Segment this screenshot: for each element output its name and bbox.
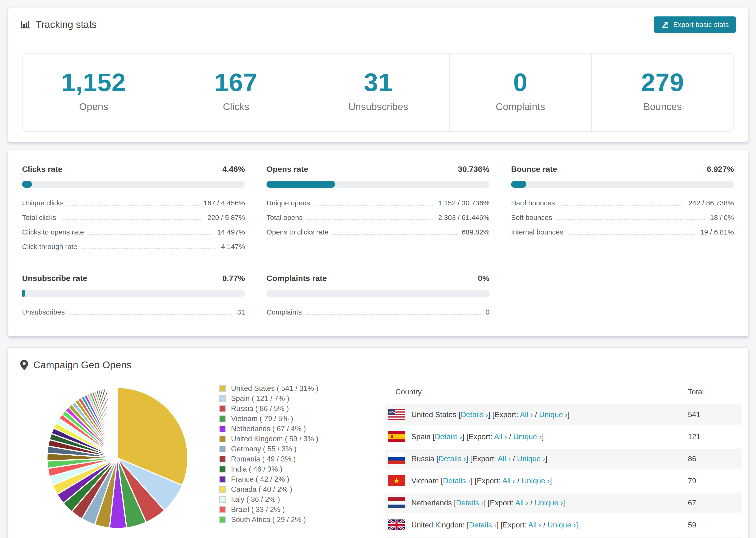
legend-item-italy[interactable]: Italy ( 36 / 2% ) xyxy=(219,496,354,503)
summary-value: 1,152 xyxy=(26,68,161,97)
stat-row-internal-bounces: Internal bounces19 / 6.81% xyxy=(511,225,734,240)
dotted-leader xyxy=(307,219,433,220)
progress-bar xyxy=(266,181,489,188)
table-row-netherlands: Netherlands [Details ›] [Export: All › /… xyxy=(385,493,742,513)
legend-item-romania[interactable]: Romania ( 49 / 3% ) xyxy=(219,456,354,463)
stat-row-soft-bounces: Soft bounces18 / 0% xyxy=(511,210,734,225)
export-all-link-vietnam[interactable]: All › xyxy=(502,476,515,485)
rates-card: Clicks rate4.46%Unique clicks167 / 4.456… xyxy=(8,149,748,337)
legend-label: United States ( 541 / 31% ) xyxy=(231,384,318,393)
summary-stat-bounces: 279Bounces xyxy=(591,54,733,131)
legend-label: United Kingdom ( 59 / 3% ) xyxy=(231,435,318,443)
stat-value: 1,152 / 30.736% xyxy=(438,199,490,207)
stat-label: Internal bounces xyxy=(511,228,563,236)
legend-swatch xyxy=(219,405,226,412)
stat-row-click-through-rate: Click through rate4.147% xyxy=(22,240,245,254)
progress-bar xyxy=(266,290,489,297)
export-all-link-spain[interactable]: All › xyxy=(494,432,507,441)
table-row-germany: Germany [Details ›] [Export: All › / Uni… xyxy=(385,537,742,538)
country-name: United Kingdom xyxy=(411,521,467,529)
us-flag-icon xyxy=(388,409,405,420)
legend-swatch xyxy=(219,466,226,472)
ru-flag-icon xyxy=(388,453,405,464)
dotted-leader xyxy=(333,234,457,235)
export-unique-link-russia[interactable]: Unique › xyxy=(517,455,545,463)
legend-label: Canada ( 40 / 2% ) xyxy=(231,485,292,494)
export-basic-stats-button[interactable]: Export basic stats xyxy=(654,17,736,33)
export-all-link-netherlands[interactable]: All › xyxy=(515,499,528,507)
country-total: 79 xyxy=(688,476,742,485)
legend-item-netherlands[interactable]: Netherlands ( 67 / 4% ) xyxy=(219,425,354,433)
stat-row-clicks-to-opens-rate: Clicks to opens rate14.497% xyxy=(22,225,245,240)
export-unique-link-united-states[interactable]: Unique › xyxy=(539,410,567,419)
legend-swatch xyxy=(219,456,226,462)
stat-value: 242 / 86.738% xyxy=(688,199,734,207)
pie-chart-svg xyxy=(45,386,189,530)
dotted-leader xyxy=(557,219,705,220)
campaign-geo-opens-card: Campaign Geo Opens United States ( 541 /… xyxy=(8,347,748,538)
export-all-link-russia[interactable]: All › xyxy=(498,455,511,463)
legend-item-south-africa[interactable]: South Africa ( 29 / 2% ) xyxy=(219,516,354,523)
legend-label: Brazil ( 33 / 2% ) xyxy=(231,506,285,514)
stat-label: Complaints xyxy=(266,308,302,316)
tracking-stats-title-text: Tracking stats xyxy=(36,19,97,31)
stat-row-unique-opens: Unique opens1,152 / 30.736% xyxy=(266,196,489,210)
tracking-stats-title: Tracking stats xyxy=(20,19,97,31)
legend-item-spain[interactable]: Spain ( 121 / 7% ) xyxy=(219,395,354,402)
legend-label: Italy ( 36 / 2% ) xyxy=(231,495,280,504)
legend-item-russia[interactable]: Russia ( 86 / 5% ) xyxy=(219,405,354,412)
legend-item-germany[interactable]: Germany ( 55 / 3% ) xyxy=(219,445,354,453)
stat-label: Unique opens xyxy=(266,199,310,207)
country-total: 121 xyxy=(688,432,742,441)
export-unique-link-vietnam[interactable]: Unique › xyxy=(521,476,550,485)
export-unique-link-united-kingdom[interactable]: Unique › xyxy=(548,521,576,529)
legend-label: South Africa ( 29 / 2% ) xyxy=(231,515,306,524)
summary-stats-group: 1,152Opens167Clicks31Unsubscribes0Compla… xyxy=(22,53,734,132)
stat-value: 14.497% xyxy=(217,228,245,236)
stat-label: Unique clicks xyxy=(22,199,64,207)
rate-block-bounce-rate: Bounce rate6.927%Hard bounces242 / 86.73… xyxy=(511,165,734,254)
dotted-leader xyxy=(306,314,481,315)
geo-table: Country Total United States [Details ›] … xyxy=(385,379,742,538)
export-all-link-united-states[interactable]: All › xyxy=(520,410,533,419)
legend-label: Russia ( 86 / 5% ) xyxy=(231,404,289,413)
stat-label: Total clicks xyxy=(22,214,56,222)
stat-row-hard-bounces: Hard bounces242 / 86.738% xyxy=(511,196,734,210)
vn-flag-icon xyxy=(388,475,405,486)
dotted-leader xyxy=(68,205,199,206)
rate-title: Clicks rate xyxy=(22,165,63,174)
details-link-vietnam[interactable]: Details › xyxy=(443,476,470,485)
details-link-netherlands[interactable]: Details › xyxy=(456,499,483,507)
rate-title: Opens rate xyxy=(266,165,308,174)
legend-swatch xyxy=(219,516,226,523)
legend-swatch xyxy=(219,415,226,422)
geo-title: Campaign Geo Opens xyxy=(20,359,132,371)
geo-content: United States ( 541 / 31% )Spain ( 121 /… xyxy=(8,375,748,538)
legend-item-canada[interactable]: Canada ( 40 / 2% ) xyxy=(219,486,354,493)
progress-fill xyxy=(266,181,335,188)
stat-value: 2,303 / 61.446% xyxy=(438,214,490,222)
rate-block-unsubscribe-rate: Unsubscribe rate0.77%Unsubscribes31 xyxy=(22,274,245,319)
legend-item-united-kingdom[interactable]: United Kingdom ( 59 / 3% ) xyxy=(219,435,354,443)
legend-item-united-states[interactable]: United States ( 541 / 31% ) xyxy=(219,385,354,392)
export-button-label: Export basic stats xyxy=(673,21,729,28)
legend-item-brazil[interactable]: Brazil ( 33 / 2% ) xyxy=(219,506,354,513)
export-unique-link-spain[interactable]: Unique › xyxy=(513,432,542,441)
tracking-stats-header: Tracking stats Export basic stats xyxy=(8,8,748,42)
details-link-russia[interactable]: Details › xyxy=(439,455,466,463)
legend-item-india[interactable]: India ( 46 / 3% ) xyxy=(219,465,354,473)
legend-item-vietnam[interactable]: Vietnam ( 79 / 5% ) xyxy=(219,415,354,422)
details-link-united-kingdom[interactable]: Details › xyxy=(469,521,496,529)
details-link-united-states[interactable]: Details › xyxy=(460,410,488,419)
export-unique-link-netherlands[interactable]: Unique › xyxy=(535,499,563,507)
export-all-link-united-kingdom[interactable]: All › xyxy=(528,521,541,529)
legend-swatch xyxy=(219,395,226,402)
rate-value: 4.46% xyxy=(222,165,245,174)
dotted-leader xyxy=(88,234,212,235)
details-link-spain[interactable]: Details › xyxy=(435,432,462,441)
summary-label: Unsubscribes xyxy=(311,101,445,112)
legend-swatch xyxy=(219,496,226,503)
legend-item-france[interactable]: France ( 42 / 2% ) xyxy=(219,476,354,483)
stat-row-opens-to-clicks-rate: Opens to clicks rate689.82% xyxy=(266,225,489,240)
legend-label: Spain ( 121 / 7% ) xyxy=(231,394,289,403)
